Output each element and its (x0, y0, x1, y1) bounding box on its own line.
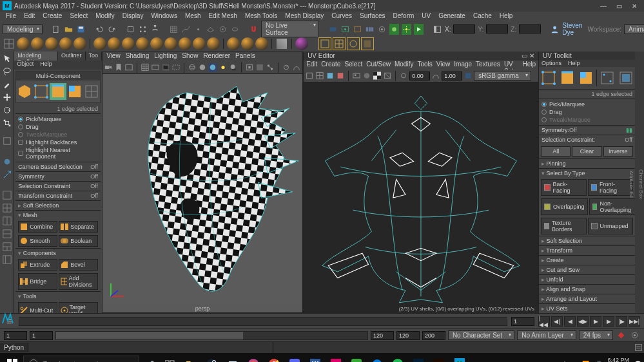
ipr-render-icon[interactable] (353, 24, 362, 35)
mtk-symmetry[interactable]: SymmetryOff (15, 171, 101, 181)
snap-grid-icon[interactable] (169, 24, 179, 35)
mtk-add-divisions-button[interactable]: Add Divisions (59, 273, 98, 290)
vp-grid-icon[interactable] (141, 63, 150, 72)
file-explorer-icon[interactable] (182, 355, 201, 362)
shelf-item[interactable] (255, 37, 268, 50)
edge-icon[interactable] (367, 355, 387, 362)
sym-y-field[interactable] (486, 24, 508, 33)
mtk-section-mesh[interactable]: Mesh (15, 210, 101, 220)
uv-image-toggle-icon[interactable] (352, 71, 361, 81)
uvtk-selection-constraint[interactable]: Selection Constraint:Off (539, 135, 635, 144)
multi-component-header[interactable]: Multi-Component (16, 71, 100, 81)
move-tool-icon[interactable] (1, 91, 13, 103)
menu-uv[interactable]: UV (418, 12, 434, 22)
vp-xray-icon[interactable] (255, 63, 264, 72)
show-manip-tool-icon[interactable] (1, 169, 13, 180)
save-scene-icon[interactable] (76, 24, 86, 35)
shelf-item[interactable] (17, 37, 30, 50)
menu-select[interactable]: Select (66, 12, 91, 22)
uvtk-uv-mode-icon[interactable] (599, 70, 616, 86)
shelf-item[interactable] (207, 37, 220, 50)
soft-mod-tool-icon[interactable] (1, 156, 13, 167)
snap-curve-icon[interactable] (181, 24, 191, 35)
vertex-mode-icon[interactable] (33, 83, 50, 100)
uvtk-section-transform[interactable]: Transform (539, 245, 635, 255)
menu-generate[interactable]: Generate (435, 12, 469, 22)
vp-wireframe-icon[interactable] (188, 63, 197, 72)
render-sequence-icon[interactable] (365, 24, 375, 35)
app3-icon[interactable] (347, 355, 366, 362)
uv-dim-image-icon[interactable] (362, 71, 371, 81)
hypershade-icon[interactable] (389, 24, 399, 35)
vp-exposure-icon[interactable] (282, 63, 291, 72)
shelf-item[interactable] (108, 37, 121, 50)
uvtk-menu-options[interactable]: Options (542, 60, 561, 67)
magnet-icon[interactable] (249, 24, 259, 35)
tab-tool-settings[interactable]: Too (86, 52, 102, 61)
uv-menu-image[interactable]: Image (454, 61, 472, 70)
two-pane-v-icon[interactable] (1, 215, 13, 227)
script-editor-icon[interactable] (633, 342, 644, 353)
steam-icon[interactable] (202, 355, 222, 362)
shelf-item[interactable] (333, 37, 346, 50)
step-back-key-icon[interactable]: ◀| (551, 316, 563, 327)
auto-key-toggle-icon[interactable] (616, 330, 627, 341)
vp-gate-mask-icon[interactable] (161, 63, 170, 72)
sym-z-field[interactable] (519, 24, 541, 33)
character-set-selector[interactable]: No Character Set (448, 330, 514, 340)
script-language-selector[interactable]: Python (0, 343, 28, 352)
uvtk-section-arrange-and-layout[interactable]: Arrange and Layout (539, 294, 635, 303)
uv-filtered-icon[interactable] (383, 71, 392, 81)
uvtk-non-overlapping-button[interactable]: Non-Overlapping (589, 198, 636, 215)
uv-colorspace-selector[interactable]: sRGB gamma (474, 71, 531, 81)
menu-cache[interactable]: Cache (470, 12, 495, 22)
photoshop-icon[interactable]: Ps (409, 355, 428, 362)
store-icon[interactable] (223, 355, 242, 362)
menu-windows[interactable]: Windows (148, 12, 181, 22)
restore-button[interactable]: ▭ (612, 1, 626, 11)
taskbar-search[interactable]: Type here to search (23, 356, 139, 362)
shelf-item[interactable] (227, 37, 240, 50)
shelf-item[interactable] (318, 37, 331, 50)
vp-menu-view[interactable]: View (106, 52, 121, 61)
start-button[interactable] (3, 355, 22, 362)
shelf-item[interactable] (241, 37, 254, 50)
mtk-transform-constraint[interactable]: Transform ConstraintOff (15, 191, 101, 200)
shelf-item[interactable] (45, 37, 58, 50)
step-forward-key-icon[interactable]: |▶ (616, 316, 627, 327)
paint-select-tool-icon[interactable] (1, 79, 13, 90)
last-tool-icon[interactable] (1, 135, 13, 147)
workspace-selector[interactable]: Animation* (624, 24, 644, 34)
snap-point-icon[interactable] (193, 24, 203, 35)
command-input[interactable] (28, 342, 273, 353)
tab-modeling-toolkit[interactable]: Modeling Toolkit (14, 52, 58, 61)
mtk-tweak[interactable]: Tweak/Marquee (18, 131, 98, 138)
mtk-multicut-button[interactable]: Multi-Cut (18, 302, 57, 313)
toggle-panel-icon[interactable] (433, 24, 442, 35)
uvtk-section-create[interactable]: Create (539, 255, 635, 265)
vp-menu-renderer[interactable]: Renderer (203, 52, 230, 61)
shelf-item[interactable] (31, 37, 44, 50)
mtk-drag[interactable]: Drag (18, 123, 98, 131)
vp-resolution-gate-icon[interactable] (171, 63, 181, 72)
uvtk-section-select-by-type[interactable]: Select By Type (539, 168, 635, 178)
vp-textured-icon[interactable] (208, 63, 217, 72)
mtk-bevel-button[interactable]: Bevel (59, 259, 98, 271)
range-track[interactable] (55, 331, 368, 340)
menu-modify[interactable]: Modify (92, 12, 117, 22)
mtk-selection-constraint[interactable]: Selection ConstraintOff (15, 181, 101, 191)
render-settings-icon[interactable] (377, 24, 387, 35)
uvtk-front-facing-button[interactable]: Front-Facing (588, 179, 634, 196)
mtk-highlight-nearest[interactable]: Highlight Nearest Component (18, 146, 98, 160)
live-surface-selector[interactable]: No Live Surface (261, 21, 319, 37)
uvtk-section-uv-sets[interactable]: UV Sets (539, 303, 635, 313)
animate-icon[interactable]: An (429, 355, 449, 362)
playblast-icon[interactable] (414, 24, 424, 35)
uv-menu-create[interactable]: Create (321, 61, 340, 70)
uvtk-tweak[interactable]: Tweak/Marquee (542, 116, 632, 124)
uv-gamma-icon[interactable] (431, 71, 440, 81)
sym-x-field[interactable] (453, 24, 475, 33)
uvtk-section-cut-and-sew[interactable]: Cut and Sew (539, 265, 635, 274)
channel-box-tab-strip[interactable]: Channel BoxAttribute Ed (635, 52, 644, 313)
vp-xray-joints-icon[interactable] (266, 63, 275, 72)
